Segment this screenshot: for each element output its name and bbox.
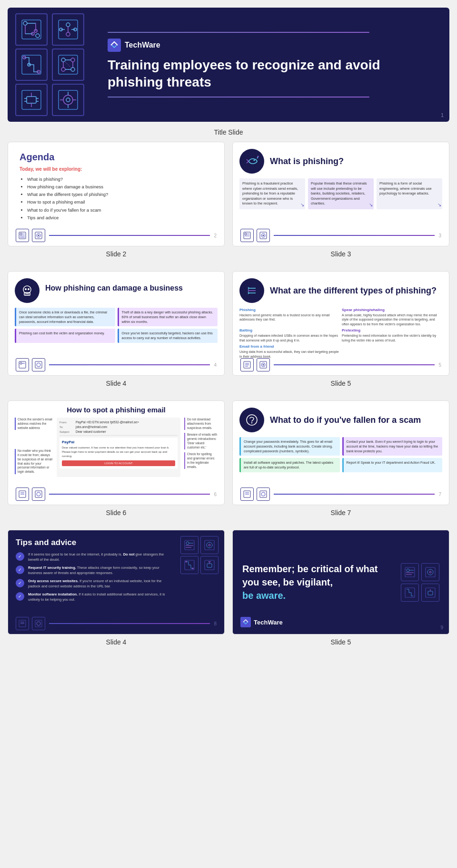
slide7-footer: 7 bbox=[240, 488, 441, 501]
agenda-item-2: How phishing can damage a business bbox=[27, 183, 213, 191]
svg-line-30 bbox=[65, 62, 71, 68]
svg-rect-118 bbox=[405, 567, 415, 577]
slide7-card: What to do if you've fallen for a scam C… bbox=[232, 400, 449, 505]
svg-point-91 bbox=[247, 415, 257, 425]
agenda-item-1: What is phishing? bbox=[27, 176, 213, 183]
email-from-value: PayPal <ID:GTN service fpt532-@mailnot.s… bbox=[76, 420, 139, 424]
damage-box-4: Once you've been successfully targeted, … bbox=[118, 329, 218, 343]
svg-point-56 bbox=[258, 156, 259, 157]
svg-rect-98 bbox=[185, 540, 194, 550]
slide4-wrapper: How phishing can damage a business Once … bbox=[8, 271, 225, 393]
slide4-title: How phishing can damage a business bbox=[45, 283, 183, 293]
tip-text-4: Monitor software installation. If it ask… bbox=[28, 592, 172, 602]
svg-rect-57 bbox=[244, 232, 250, 239]
slide8-footer: 8 bbox=[16, 617, 217, 630]
slide2-card: Agenda Today, we will be exploring: What… bbox=[8, 142, 225, 246]
slide7-header: What to do if you've fallen for a scam bbox=[239, 408, 442, 432]
slides-grid: Agenda Today, we will be exploring: What… bbox=[8, 142, 449, 652]
slide6-footer: 6 bbox=[16, 488, 217, 501]
svg-point-97 bbox=[261, 492, 265, 496]
scam-box-2: Contact your bank. Even if you weren't t… bbox=[342, 437, 443, 456]
page-wrapper: TechWare Training employees to recognize… bbox=[0, 0, 457, 659]
email-right-note-1: Do not download attachments from suspici… bbox=[184, 418, 218, 430]
slide3-card: What is phishing? Phishing is a fraudule… bbox=[232, 142, 449, 246]
slide2-footer-line bbox=[49, 235, 210, 236]
slide5-card: What are the different types of phishing… bbox=[232, 271, 449, 376]
svg-point-117 bbox=[37, 622, 40, 625]
tips-icon-2 bbox=[200, 536, 219, 554]
slide8-label: Slide 4 bbox=[8, 634, 225, 652]
slide3-header: What is phishing? bbox=[239, 149, 442, 174]
tip-text-2: Request IT security training. These atta… bbox=[28, 566, 172, 575]
circuit-icon-5 bbox=[15, 84, 48, 116]
email-mockup-area: Check the sender's email address matches… bbox=[15, 418, 218, 477]
list-icon bbox=[239, 278, 264, 303]
agenda-subtitle: Today, we will be exploring: bbox=[20, 166, 213, 172]
svg-rect-103 bbox=[205, 540, 214, 550]
slide3-footer: 3 bbox=[240, 229, 441, 242]
slide4-footer-line bbox=[49, 364, 210, 365]
circuit-icon-2 bbox=[52, 13, 84, 46]
tips-icon-3 bbox=[180, 556, 199, 574]
svg-rect-0 bbox=[22, 20, 41, 39]
slide3-cards: Phishing is a fraudulent practice where … bbox=[239, 178, 442, 209]
svg-point-53 bbox=[38, 235, 40, 236]
title-heading: Training employees to recognize and avoi… bbox=[108, 57, 435, 91]
type-spear-name: Spear phishing/whaling bbox=[342, 308, 442, 312]
title-slide: TechWare Training employees to recognize… bbox=[8, 8, 449, 122]
email-from-field: From: PayPal <ID:GTN service fpt532-@mai… bbox=[60, 420, 178, 424]
remember-text-part1: Remember; be critical of what you see, b… bbox=[242, 564, 378, 587]
scam-box-4: Report it! Speak to your IT department a… bbox=[342, 458, 443, 472]
brand-name: TechWare bbox=[125, 41, 160, 49]
svg-point-72 bbox=[20, 362, 22, 364]
svg-point-119 bbox=[407, 569, 409, 572]
agenda-item-3: What are the different types of phishing… bbox=[27, 191, 213, 198]
slide3-number: 3 bbox=[438, 233, 441, 238]
email-to-field: To: jobs.ann@hotmail.com bbox=[60, 425, 178, 429]
slide2-agenda: Agenda Today, we will be exploring: What… bbox=[8, 142, 224, 231]
footer-icon-13 bbox=[16, 617, 29, 630]
type-spear-desc: A small-scale, highly focussed attack wh… bbox=[342, 313, 442, 326]
footer-icon-7 bbox=[240, 358, 254, 371]
svg-point-105 bbox=[209, 544, 210, 546]
slide3-content: What is phishing? Phishing is a fraudule… bbox=[233, 142, 449, 220]
email-to-value: jobs.ann@hotmail.com bbox=[76, 425, 107, 429]
slide5-header: What are the different types of phishing… bbox=[239, 278, 442, 303]
remember-icons bbox=[401, 563, 439, 602]
svg-point-75 bbox=[37, 363, 40, 367]
email-left-notes: Check the sender's email address matches… bbox=[15, 418, 53, 477]
agenda-item-5: What to do if you've fallen for a scam bbox=[27, 206, 213, 214]
damage-box-1: Once someone clicks a link or downloads … bbox=[15, 308, 115, 326]
svg-point-47 bbox=[20, 233, 22, 235]
type-spear: Spear phishing/whaling A small-scale, hi… bbox=[342, 308, 442, 326]
type-phishing: Phishing Hackers send generic emails to … bbox=[239, 308, 340, 326]
slide5-footer-icons bbox=[240, 358, 270, 371]
remember-text: Remember; be critical of what you see, b… bbox=[242, 562, 391, 602]
agenda-item-4: How to spot a phishing email bbox=[27, 198, 213, 206]
slide4-content: How phishing can damage a business Once … bbox=[8, 272, 224, 351]
remember-icon-4 bbox=[421, 584, 439, 602]
slide7-footer-icons bbox=[240, 488, 270, 501]
email-note-2: No matter who you think it could be from… bbox=[15, 449, 53, 474]
svg-point-63 bbox=[263, 235, 264, 236]
slide3-footer-line bbox=[274, 235, 435, 236]
slide6-wrapper: How to spot a phishing email Check the s… bbox=[8, 400, 225, 522]
slide5-footer-line bbox=[274, 364, 435, 365]
slide9-wrapper: Remember; be critical of what you see, b… bbox=[232, 530, 449, 652]
footer-icon-6 bbox=[32, 358, 45, 371]
slide8-wrapper: Tips and advice ✓ If it seems too good t… bbox=[8, 530, 225, 652]
slide5-footer: 5 bbox=[240, 358, 441, 371]
svg-point-69 bbox=[25, 288, 27, 290]
svg-rect-116 bbox=[35, 620, 42, 627]
svg-point-90 bbox=[37, 492, 40, 496]
slide9-content: Remember; be critical of what you see, b… bbox=[233, 530, 449, 634]
slide4-card: How phishing can damage a business Once … bbox=[8, 271, 225, 376]
email-note-1: Check the sender's email address matches… bbox=[15, 418, 53, 430]
email-body: PayPal Dear valued customer, It has come… bbox=[60, 438, 178, 468]
svg-point-107 bbox=[186, 561, 187, 563]
slide9-label: Slide 5 bbox=[232, 634, 449, 652]
slide6-footer-icons bbox=[16, 488, 45, 501]
slide7-number: 7 bbox=[438, 492, 441, 497]
slide5-label: Slide 5 bbox=[232, 376, 449, 393]
scam-box-3: Install all software upgrades and patche… bbox=[239, 458, 340, 472]
